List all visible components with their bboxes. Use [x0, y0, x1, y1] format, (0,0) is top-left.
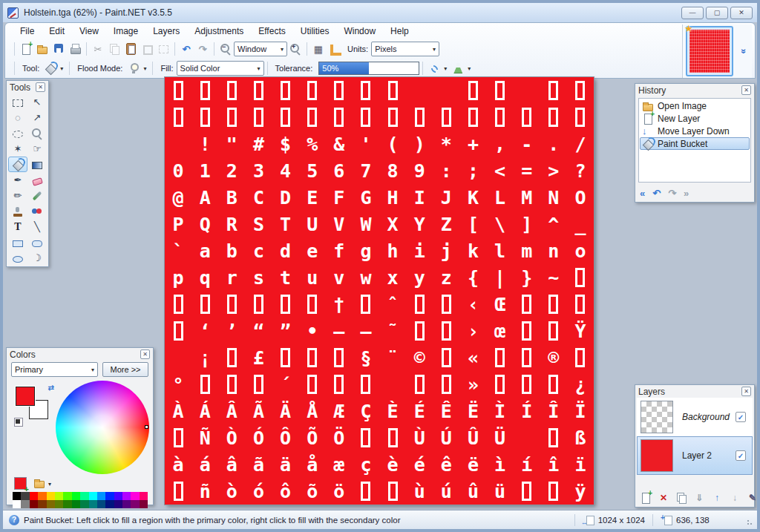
delete-layer-button[interactable]: ✕ — [656, 490, 671, 505]
ellipse-tool[interactable] — [8, 250, 27, 266]
close-icon[interactable]: ✕ — [36, 82, 45, 92]
canvas[interactable]: !"#$%&'()*+,-./0123456789:;<=>?@ABCDEFGH… — [165, 77, 594, 505]
more-colors-button[interactable]: More >> — [102, 362, 148, 377]
rulers-toggle-button[interactable] — [327, 42, 343, 56]
add-layer-button[interactable] — [638, 490, 653, 505]
palette-swatch[interactable] — [55, 492, 63, 500]
gradient-tool[interactable] — [27, 157, 47, 172]
palette-swatch[interactable] — [13, 500, 21, 508]
layer-visibility-checkbox[interactable]: ✓ — [736, 450, 746, 461]
freeform-shape-tool[interactable]: ☽ — [27, 250, 47, 266]
save-button[interactable] — [50, 42, 67, 56]
paste-button[interactable] — [122, 42, 139, 56]
palette-swatch[interactable] — [80, 492, 88, 500]
rectangle-select-tool[interactable] — [8, 94, 27, 110]
color-mode-combobox[interactable]: Primary ▾ — [11, 362, 98, 377]
open-button[interactable] — [34, 42, 50, 56]
layer-properties-button[interactable]: ✎ — [745, 490, 760, 505]
close-button[interactable]: ✕ — [730, 7, 753, 19]
primary-color-swatch[interactable] — [16, 387, 35, 406]
history-undo-button[interactable]: ↶ — [652, 188, 661, 199]
history-palette-titlebar[interactable]: History ✕ — [635, 84, 754, 96]
palette-swatch[interactable] — [97, 500, 105, 508]
maximize-button[interactable]: ▢ — [706, 7, 728, 19]
history-fast-forward-button[interactable]: » — [684, 188, 689, 199]
palette-swatch[interactable] — [80, 500, 88, 508]
palette-swatch[interactable] — [122, 492, 131, 500]
chevron-down-icon[interactable]: ▾ — [48, 481, 51, 487]
palette-swatch[interactable] — [131, 500, 139, 508]
crop-to-selection-button[interactable] — [139, 42, 155, 56]
menu-window[interactable]: Window — [336, 24, 383, 39]
print-button[interactable] — [67, 42, 83, 56]
move-layer-up-button[interactable]: ↑ — [710, 490, 724, 505]
chevron-down-icon[interactable]: ▾ — [143, 65, 146, 72]
rounded-rectangle-tool[interactable] — [27, 234, 47, 250]
primary-secondary-swatches[interactable]: ⇄ — [14, 385, 56, 427]
resize-grip[interactable] — [747, 519, 754, 527]
add-color-button[interactable] — [14, 477, 27, 490]
flood-mode-button[interactable] — [125, 61, 142, 76]
palette-swatch[interactable] — [105, 500, 114, 508]
ellipse-select-tool[interactable] — [8, 125, 27, 141]
palette-swatch[interactable] — [114, 492, 122, 500]
palette-swatch[interactable] — [63, 500, 71, 508]
image-list-chevron-button[interactable]: » — [737, 45, 750, 57]
layer-row-layer-2[interactable]: Layer 2✓ — [637, 436, 753, 475]
palette-swatch[interactable] — [47, 492, 55, 500]
menu-effects[interactable]: Effects — [251, 24, 292, 39]
palette-swatch[interactable] — [63, 492, 71, 500]
tolerance-slider[interactable]: 50% — [318, 62, 419, 75]
history-item-paint-bucket[interactable]: Paint Bucket — [640, 137, 750, 150]
text-tool[interactable]: T — [8, 219, 27, 234]
layers-palette-titlebar[interactable]: Layers ✕ — [635, 385, 754, 398]
palette-swatch[interactable] — [72, 492, 80, 500]
deselect-button[interactable] — [155, 42, 171, 56]
copy-button[interactable] — [106, 42, 122, 56]
palette-swatch[interactable] — [122, 500, 131, 508]
fill-style-combobox[interactable]: Solid Color ▾ — [177, 61, 264, 76]
tools-palette-titlebar[interactable]: Tools ✕ — [7, 81, 48, 93]
palette-swatch[interactable] — [140, 500, 148, 508]
chevron-down-icon[interactable]: ▾ — [468, 65, 471, 72]
palette-swatch[interactable] — [47, 500, 55, 508]
palette-swatch[interactable] — [89, 500, 97, 508]
palette-swatch[interactable] — [30, 500, 38, 508]
palette-swatch[interactable] — [89, 492, 97, 500]
lasso-select-tool[interactable]: ◌ — [8, 110, 27, 125]
menu-edit[interactable]: Edit — [42, 24, 72, 39]
paint-bucket-tool[interactable] — [8, 157, 27, 172]
zoom-in-button[interactable]: + — [287, 42, 304, 56]
history-redo-button[interactable]: ↷ — [668, 188, 676, 199]
layer-visibility-checkbox[interactable]: ✓ — [736, 412, 746, 422]
merge-layer-down-button[interactable]: ⇓ — [692, 490, 707, 505]
palettes-folder-icon[interactable] — [33, 477, 45, 489]
color-wheel[interactable] — [56, 381, 149, 474]
redo-button[interactable]: ↷ — [194, 42, 211, 56]
move-selection-tool[interactable]: ↗ — [27, 110, 47, 125]
menu-utilities[interactable]: Utilities — [293, 24, 337, 39]
paintbrush-tool[interactable]: ✒ — [8, 172, 27, 188]
zoom-out-button[interactable]: − — [217, 42, 234, 56]
blend-mode-button[interactable] — [450, 61, 466, 76]
units-combobox[interactable]: Pixels ▾ — [371, 42, 439, 56]
undo-button[interactable]: ↶ — [178, 42, 194, 56]
pencil-tool[interactable]: ✏ — [8, 188, 27, 203]
history-item-open-image[interactable]: Open Image — [640, 99, 750, 112]
history-rewind-button[interactable]: « — [640, 188, 645, 199]
image-thumbnail-selected[interactable]: ★ — [686, 26, 733, 76]
recolor-tool[interactable] — [27, 203, 47, 219]
close-icon[interactable]: ✕ — [140, 349, 150, 359]
menu-view[interactable]: View — [72, 24, 106, 39]
history-item-move-layer-down[interactable]: ↓Move Layer Down — [640, 125, 750, 137]
palette-swatch[interactable] — [21, 500, 29, 508]
zoom-mode-combobox[interactable]: Window ▾ — [234, 42, 287, 56]
menu-image[interactable]: Image — [106, 24, 145, 39]
move-selected-pixels-tool[interactable]: ↖ — [27, 94, 47, 110]
history-item-new-layer[interactable]: New Layer — [640, 112, 750, 125]
palette-swatch[interactable] — [21, 492, 29, 500]
clone-stamp-tool[interactable] — [8, 203, 27, 219]
menu-help[interactable]: Help — [383, 24, 416, 39]
palette-swatch[interactable] — [97, 492, 105, 500]
magic-wand-tool[interactable]: ✶ — [8, 141, 27, 157]
